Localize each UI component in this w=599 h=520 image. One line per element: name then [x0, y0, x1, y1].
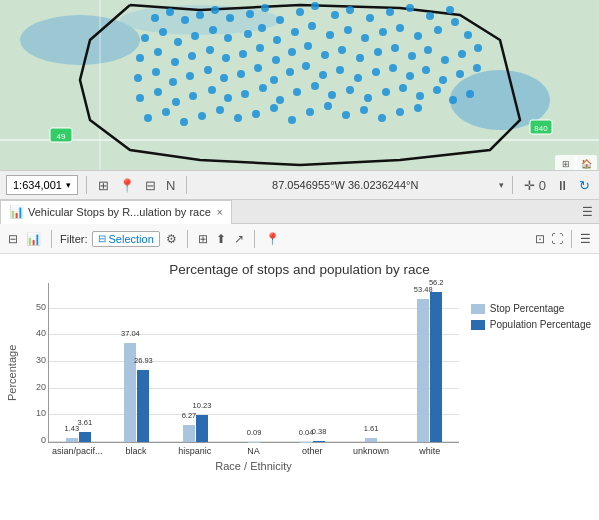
svg-point-77 [254, 64, 262, 72]
svg-point-81 [319, 71, 327, 79]
svg-point-116 [234, 114, 242, 122]
table-view-icon[interactable]: ⊟ [6, 232, 20, 246]
y-axis-label: Percentage [6, 293, 18, 453]
svg-point-121 [324, 102, 332, 110]
bar-pop-white: 56.2 [430, 292, 442, 442]
svg-point-28 [446, 6, 454, 14]
fullscreen-icon[interactable]: ⛶ [549, 232, 565, 246]
bar-group-black: 37.0426.93 [108, 343, 167, 442]
svg-point-91 [136, 94, 144, 102]
bar-stop-label-hispanic: 6.27 [182, 411, 197, 420]
svg-point-115 [216, 106, 224, 114]
cursor-icon[interactable]: ✛ 0 [521, 177, 549, 194]
svg-point-48 [464, 31, 472, 39]
scale-selector[interactable]: 1:634,001 ▾ [6, 175, 78, 195]
svg-point-14 [196, 11, 204, 19]
svg-point-40 [326, 31, 334, 39]
svg-point-118 [270, 104, 278, 112]
svg-point-29 [141, 34, 149, 42]
svg-point-82 [336, 66, 344, 74]
x-label-asian/pacif...: asian/pacif... [48, 446, 107, 456]
columns-icon[interactable]: ⊞ [196, 232, 210, 246]
svg-point-123 [360, 106, 368, 114]
tab-bar: 📊 Vehicular Stops by R...ulation by race… [0, 200, 599, 224]
bar-pop-asian/pacif...: 3.61 [79, 432, 91, 442]
svg-point-47 [451, 18, 459, 26]
svg-point-106 [399, 84, 407, 92]
svg-point-52 [188, 52, 196, 60]
svg-point-120 [306, 108, 314, 116]
nav-icon[interactable]: N [163, 177, 178, 194]
svg-point-69 [474, 44, 482, 52]
bar-stop-label-NA: 0.09 [247, 428, 262, 437]
svg-point-53 [206, 46, 214, 54]
refresh-icon[interactable]: ↻ [576, 177, 593, 194]
svg-point-99 [276, 96, 284, 104]
svg-point-35 [244, 30, 252, 38]
tab-close-button[interactable]: × [217, 207, 223, 218]
zoom-fit-icon[interactable]: ⊡ [533, 232, 547, 246]
grid-label-50: 50 [36, 302, 49, 312]
active-tab[interactable]: 📊 Vehicular Stops by R...ulation by race… [0, 200, 232, 224]
table-icon[interactable]: ⊟ [142, 177, 159, 194]
bar-stop-label-unknown: 1.61 [364, 424, 379, 433]
bar-pop-black: 26.93 [137, 370, 149, 442]
svg-text:840: 840 [534, 124, 548, 133]
svg-point-119 [288, 116, 296, 124]
legend-pop-label: Population Percentage [490, 319, 591, 330]
bar-pop-label-black: 26.93 [134, 356, 153, 365]
svg-point-89 [456, 70, 464, 78]
pin-icon[interactable]: 📍 [116, 177, 138, 194]
svg-point-71 [152, 68, 160, 76]
svg-point-31 [174, 38, 182, 46]
bar-group-hispanic: 6.2710.23 [166, 415, 225, 442]
svg-point-61 [338, 46, 346, 54]
filter-pill-label: Selection [109, 233, 154, 245]
chart-inner: 010203040501.433.6137.0426.936.2710.230.… [18, 283, 599, 493]
scale-dropdown-arrow[interactable]: ▾ [66, 180, 71, 190]
svg-point-109 [449, 96, 457, 104]
list-view-icon[interactable]: ☰ [578, 232, 593, 246]
map-pin-icon[interactable]: 📍 [263, 232, 282, 246]
x-label-black: black [107, 446, 166, 456]
svg-point-93 [172, 98, 180, 106]
bar-stop-asian/pacif...: 1.43 [66, 438, 78, 442]
svg-point-51 [171, 58, 179, 66]
pause-icon[interactable]: ⏸ [553, 177, 572, 194]
svg-point-92 [154, 88, 162, 96]
x-label-other: other [283, 446, 342, 456]
svg-point-94 [189, 92, 197, 100]
filter-sep-4 [571, 230, 572, 248]
filter-sep-2 [187, 230, 188, 248]
svg-point-22 [331, 11, 339, 19]
chart-area: Percentage of stops and population by ra… [0, 254, 599, 520]
export-icon[interactable]: ⬆ [214, 232, 228, 246]
svg-point-20 [296, 8, 304, 16]
svg-point-97 [241, 90, 249, 98]
toolbar: 1:634,001 ▾ ⊞ 📍 ⊟ N 87.0546955°W 36.0236… [0, 170, 599, 200]
coords-dropdown[interactable]: ▾ [499, 180, 504, 190]
svg-point-62 [356, 54, 364, 62]
svg-point-46 [434, 26, 442, 34]
selection-filter-pill[interactable]: ⊟ Selection [92, 231, 160, 247]
svg-point-54 [222, 54, 230, 62]
svg-point-38 [291, 28, 299, 36]
grid-label-40: 40 [36, 328, 49, 338]
svg-point-108 [433, 86, 441, 94]
share-icon[interactable]: ↗ [232, 232, 246, 246]
grid-icon[interactable]: ⊞ [95, 177, 112, 194]
svg-point-96 [224, 94, 232, 102]
svg-point-98 [259, 84, 267, 92]
x-label-hispanic: hispanic [165, 446, 224, 456]
x-axis-title: Race / Ethnicity [48, 460, 459, 472]
svg-point-43 [379, 28, 387, 36]
tab-menu-icon[interactable]: ☰ [582, 205, 593, 219]
svg-text:🏠: 🏠 [581, 158, 593, 170]
filter-bar: ⊟ 📊 Filter: ⊟ Selection ⚙ ⊞ ⬆ ↗ 📍 ⊡ ⛶ ☰ [0, 224, 599, 254]
svg-point-23 [346, 6, 354, 14]
svg-point-101 [311, 82, 319, 90]
grid-label-0: 0 [41, 435, 49, 445]
chart-view-icon[interactable]: 📊 [24, 232, 43, 246]
svg-point-114 [198, 112, 206, 120]
filter-settings-icon[interactable]: ⚙ [164, 232, 179, 246]
